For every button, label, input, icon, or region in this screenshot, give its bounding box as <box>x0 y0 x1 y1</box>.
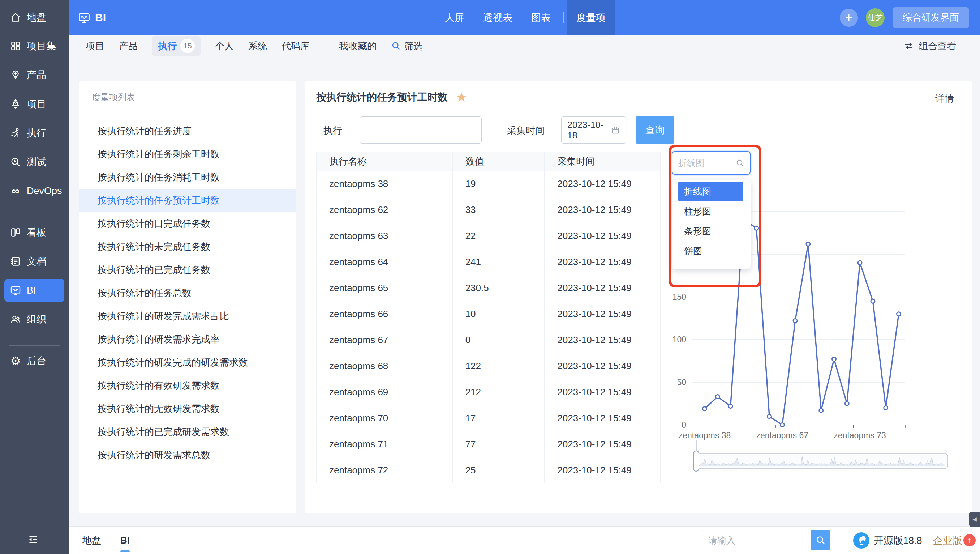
column-header[interactable]: 执行名称 <box>317 152 453 171</box>
cell-value: 77 <box>452 431 544 457</box>
sidebar-item-program[interactable]: 项目集 <box>4 34 64 57</box>
sidebar-item-qa[interactable]: 测试 <box>4 150 64 174</box>
tab-product[interactable]: 产品 <box>119 40 138 53</box>
upgrade-link[interactable]: 企业版 <box>933 527 962 554</box>
cell-time: 2023-10-12 15:49 <box>544 275 660 301</box>
sidebar-item-admin[interactable]: ⚙ 后台 <box>4 349 64 372</box>
tab-favorites[interactable]: 我收藏的 <box>339 40 377 53</box>
table-row: zentaopms 692122023-10-12 15:49 <box>317 379 660 406</box>
sidebar-item-doc[interactable]: 文档 <box>4 250 64 273</box>
detail-title-row: 按执行统计的任务预计工时数 ★ <box>316 90 467 104</box>
tab-repo[interactable]: 代码库 <box>282 40 310 53</box>
upgrade-arrow-badge[interactable]: ↑ <box>963 534 976 546</box>
date-picker[interactable]: 2023-10-18 <box>561 117 626 144</box>
query-button[interactable]: 查询 <box>636 116 674 144</box>
filter-button[interactable]: 筛选 <box>391 40 423 53</box>
sidebar-item-home[interactable]: 地盘 <box>4 6 64 29</box>
version-label[interactable]: 开源版18.8 <box>874 527 922 554</box>
workspace-button[interactable]: 综合研发界面 <box>892 7 969 28</box>
rocket-icon <box>10 98 22 110</box>
right-panel-toggle[interactable]: ◀ <box>969 512 980 527</box>
metric-item[interactable]: 按执行统计的研发需求总数 <box>80 443 296 466</box>
cell-value: 22 <box>452 223 544 249</box>
metric-item[interactable]: 按执行统计的未完成任务数 <box>80 235 296 258</box>
option-bar-chart[interactable]: 条形图 <box>672 221 751 241</box>
column-header[interactable]: 数值 <box>452 152 544 171</box>
sidebar-item-label: 后台 <box>27 354 46 367</box>
sidebar-item-product[interactable]: 产品 <box>4 63 64 86</box>
metric-item[interactable]: 按执行统计的已完成任务数 <box>80 258 296 281</box>
option-pie-chart[interactable]: 饼图 <box>672 241 751 261</box>
topnav-pivot[interactable]: 透视表 <box>474 0 522 35</box>
bottombar-search-input[interactable]: 请输入 <box>702 530 811 551</box>
topnav-chart[interactable]: 图表 <box>522 0 560 35</box>
cell-time: 2023-10-12 15:49 <box>544 327 660 353</box>
cell-value: 212 <box>452 379 544 406</box>
topnav: 大屏 透视表 图表 度量项 <box>436 0 615 35</box>
column-header[interactable]: 采集时间 <box>544 152 660 171</box>
exec-filter-input[interactable] <box>360 117 482 144</box>
sidebar-item-project[interactable]: 项目 <box>4 93 64 116</box>
cell-time: 2023-10-12 15:49 <box>544 431 660 457</box>
search-placeholder: 请输入 <box>708 535 735 546</box>
svg-text:0: 0 <box>681 420 686 429</box>
people-icon <box>10 313 22 326</box>
brand[interactable]: BI <box>78 0 106 35</box>
metric-item[interactable]: 按执行统计的研发需求完成率 <box>80 327 296 351</box>
tab-execution-count-badge: 15 <box>180 39 195 53</box>
metric-item[interactable]: 按执行统计的任务剩余工时数 <box>80 142 296 166</box>
option-line-chart[interactable]: 折线图 <box>678 182 743 201</box>
tab-execution-label: 执行 <box>158 40 177 53</box>
sidebar-item-label: 项目 <box>27 97 46 111</box>
table-row: zentaopms 66102023-10-12 15:49 <box>317 301 660 327</box>
svg-text:50: 50 <box>677 378 686 387</box>
svg-text:zentaopms 67: zentaopms 67 <box>756 431 808 440</box>
tab-personal[interactable]: 个人 <box>215 40 234 53</box>
detail-link[interactable]: 详情 <box>935 92 954 105</box>
cell-time: 2023-10-12 15:49 <box>544 301 660 327</box>
metric-item-selected[interactable]: 按执行统计的任务预计工时数 <box>80 189 296 212</box>
topnav-divider <box>563 12 564 23</box>
chart-type-select[interactable]: 折线图 <box>672 151 751 175</box>
table-row: zentaopms 63222023-10-12 15:49 <box>317 223 660 249</box>
sidebar-item-devops[interactable]: ∞ DevOps <box>4 179 64 203</box>
avatar[interactable]: 仙芝 <box>866 8 885 27</box>
sidebar-item-kanban[interactable]: 看板 <box>4 221 64 244</box>
topnav-measurement[interactable]: 度量项 <box>567 0 615 35</box>
metric-item[interactable]: 按执行统计的日完成任务数 <box>80 212 296 235</box>
bottombar-tab-bi[interactable]: BI <box>120 527 130 554</box>
swap-arrows-icon <box>904 40 914 51</box>
date-value: 2023-10-18 <box>567 120 611 140</box>
metric-item[interactable]: 按执行统计的任务总数 <box>80 281 296 305</box>
tab-system[interactable]: 系统 <box>248 40 267 53</box>
combine-view-button[interactable]: 组合查看 <box>904 35 956 57</box>
metric-item[interactable]: 按执行统计的研发完成的研发需求数 <box>80 351 296 374</box>
zentao-logo[interactable] <box>853 532 870 549</box>
sidebar-item-execution[interactable]: 执行 <box>4 121 64 145</box>
sidebar-item-label: DevOps <box>27 185 62 197</box>
metric-item[interactable]: 按执行统计的任务消耗工时数 <box>80 166 296 189</box>
create-plus-button[interactable]: + <box>840 9 858 27</box>
topnav-dashboard[interactable]: 大屏 <box>436 0 474 35</box>
cell-time: 2023-10-12 15:49 <box>544 353 660 379</box>
sidebar-item-org[interactable]: 组织 <box>4 308 64 331</box>
metric-item[interactable]: 按执行统计的研发完成需求占比 <box>80 305 296 327</box>
favorite-star-icon[interactable]: ★ <box>456 91 467 104</box>
option-column-chart[interactable]: 柱形图 <box>672 201 751 221</box>
sidebar-item-label: 测试 <box>27 155 46 169</box>
table-row: zentaopms 65230.52023-10-12 15:49 <box>317 275 660 301</box>
tab-execution[interactable]: 执行 15 <box>152 36 200 56</box>
table-row: zentaopms 71772023-10-12 15:49 <box>317 431 660 457</box>
metric-item[interactable]: 按执行统计的无效研发需求数 <box>80 397 296 420</box>
metric-item[interactable]: 按执行统计的有效研发需求数 <box>80 374 296 397</box>
cell-time: 2023-10-12 15:49 <box>544 171 660 197</box>
sidebar-item-bi[interactable]: BI <box>4 279 64 302</box>
bottombar-search-button[interactable] <box>811 530 830 551</box>
metric-item[interactable]: 按执行统计的任务进度 <box>80 119 296 142</box>
sidebar-collapse-button[interactable] <box>25 532 41 547</box>
metric-item[interactable]: 按执行统计的已完成研发需求数 <box>80 420 296 443</box>
cell-exec-name: zentaopms 67 <box>317 327 453 353</box>
bottombar-tab-home[interactable]: 地盘 <box>83 527 101 554</box>
tab-project[interactable]: 项目 <box>86 40 105 53</box>
home-icon <box>10 11 22 24</box>
